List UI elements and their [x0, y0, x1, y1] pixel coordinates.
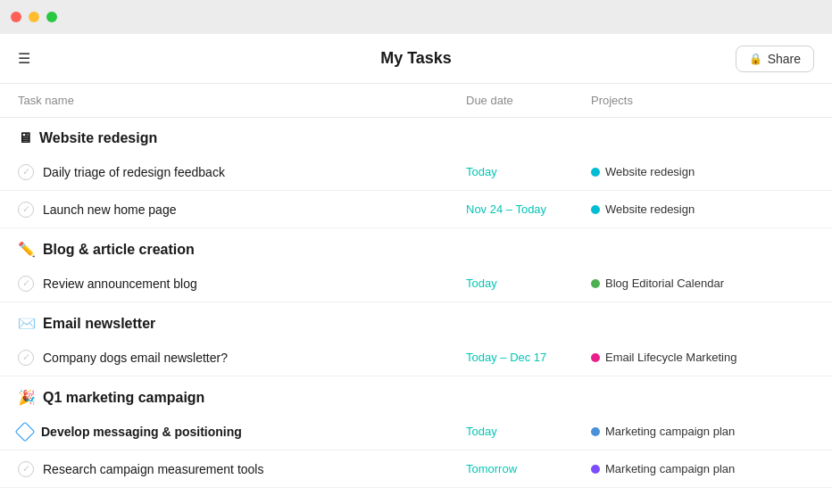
section-title: Website redesign	[39, 130, 157, 146]
page-title: My Tasks	[380, 49, 452, 68]
due-date-cell: Today	[466, 277, 591, 290]
minimize-button[interactable]	[29, 12, 39, 22]
project-dot	[591, 353, 600, 362]
table-row[interactable]: ✓ Daily triage of redesign feedback Toda…	[0, 153, 832, 191]
project-cell: Marketing campaign plan	[591, 462, 770, 475]
task-name-cell: ✓ Research campaign measurement tools	[18, 461, 466, 477]
due-date-cell: Today	[466, 165, 591, 178]
project-dot	[591, 168, 600, 177]
due-date-cell: Nov 24 – Today	[466, 202, 591, 216]
section-icon: 🖥	[18, 130, 32, 146]
project-cell: Marketing campaign plan	[591, 425, 770, 438]
menu-icon[interactable]: ☰	[18, 50, 30, 67]
task-name-cell: Develop messaging & positioning	[18, 425, 466, 439]
section-title: Q1 marketing campaign	[43, 390, 204, 406]
check-icon: ✓	[18, 350, 34, 366]
column-due: Due date	[466, 94, 591, 107]
task-name-label: Launch new home page	[43, 202, 176, 217]
due-date-cell: Tomorrow	[466, 462, 591, 475]
table-row[interactable]: ✓ Company dogs email newsletter? Today –…	[0, 339, 832, 376]
lock-icon: 🔒	[749, 53, 762, 65]
project-name-label: Website redesign	[605, 165, 695, 178]
project-cell: Website redesign	[591, 165, 770, 178]
column-projects: Projects	[591, 94, 770, 107]
section-title: Blog & article creation	[43, 242, 195, 258]
section-header-email-newsletter: ✉️Email newsletter	[0, 302, 832, 339]
project-name-label: Website redesign	[605, 202, 695, 216]
check-icon: ✓	[18, 164, 34, 180]
table-row[interactable]: ✓ Launch new home page Nov 24 – Today We…	[0, 191, 832, 228]
diamond-icon	[15, 421, 36, 442]
project-dot	[591, 279, 600, 288]
task-name-label: Daily triage of redesign feedback	[43, 165, 225, 179]
section-icon: ✉️	[18, 315, 36, 332]
due-date-cell: Today – Dec 17	[466, 351, 591, 364]
table-row[interactable]: ✓ Review announcement blog Today Blog Ed…	[0, 265, 832, 302]
task-name-cell: ✓ Review announcement blog	[18, 276, 466, 292]
task-list: 🖥Website redesign ✓ Daily triage of rede…	[0, 118, 832, 504]
project-name-label: Marketing campaign plan	[605, 425, 735, 438]
task-name-label: Research campaign measurement tools	[43, 462, 263, 476]
table-row[interactable]: Develop messaging & positioning Today Ma…	[0, 413, 832, 450]
task-name-cell: ✓ Company dogs email newsletter?	[18, 350, 466, 366]
column-task: Task name	[18, 94, 466, 107]
project-name-label: Marketing campaign plan	[605, 462, 735, 475]
project-name-label: Blog Editorial Calendar	[605, 277, 724, 290]
section-icon: 🎉	[18, 389, 36, 406]
task-name-cell: ✓ Launch new home page	[18, 202, 466, 218]
project-dot	[591, 205, 600, 214]
project-cell: Blog Editorial Calendar	[591, 277, 770, 290]
section-header-website-redesign: 🖥Website redesign	[0, 118, 832, 153]
due-date-cell: Today	[466, 425, 591, 438]
app-window: ☰ My Tasks 🔒 Share Task name Due date Pr…	[0, 34, 832, 504]
section-header-blog-article: ✏️Blog & article creation	[0, 228, 832, 265]
project-cell: Email Lifecycle Marketing	[591, 351, 770, 364]
close-button[interactable]	[11, 12, 21, 22]
project-dot	[591, 427, 600, 436]
section-header-q1-marketing: 🎉Q1 marketing campaign	[0, 376, 832, 413]
task-name-cell: ✓ Daily triage of redesign feedback	[18, 164, 466, 180]
titlebar	[0, 0, 832, 34]
task-name-label: Company dogs email newsletter?	[43, 351, 228, 365]
project-name-label: Email Lifecycle Marketing	[605, 351, 736, 364]
project-cell: Website redesign	[591, 202, 770, 216]
table-row[interactable]: ✓ Research campaign measurement tools To…	[0, 450, 832, 488]
table-header: Task name Due date Projects	[0, 84, 832, 118]
task-name-label: Develop messaging & positioning	[41, 425, 242, 439]
check-icon: ✓	[18, 461, 34, 477]
section-icon: ✏️	[18, 241, 36, 258]
project-dot	[591, 465, 600, 474]
check-icon: ✓	[18, 202, 34, 218]
check-icon: ✓	[18, 276, 34, 292]
header: ☰ My Tasks 🔒 Share	[0, 34, 832, 84]
maximize-button[interactable]	[46, 12, 57, 22]
task-name-label: Review announcement blog	[43, 277, 197, 291]
section-title: Email newsletter	[43, 316, 155, 332]
share-button[interactable]: 🔒 Share	[736, 45, 814, 72]
